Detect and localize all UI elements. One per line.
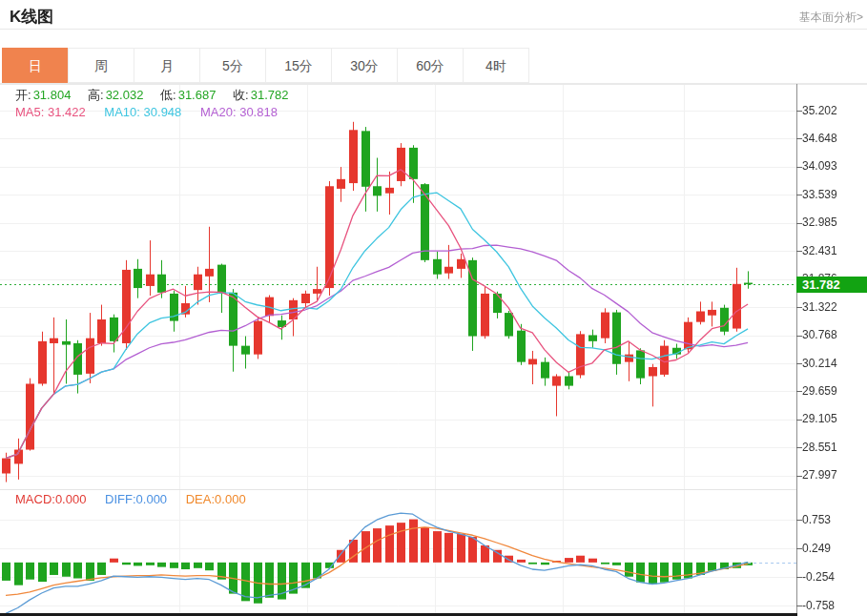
ohlc-readout: 开:31.804 高:32.032 低:31.687 收:31.782 [15,87,288,104]
fundamental-analysis-link[interactable]: 基本面分析> [799,10,863,26]
kline-page: K线图 基本面分析> 日 周 月 5分 15分 30分 60分 4时 开:31.… [0,0,867,616]
price-axis-label: 31.322 [802,300,837,314]
ma20-readout: MA20: 30.818 [200,105,278,119]
tab-60min[interactable]: 60分 [397,48,464,83]
price-axis-label: 27.997 [802,468,837,482]
price-axis-label: 32.431 [802,244,837,257]
macd-value: MACD:0.000 [15,492,86,506]
low-label: 低: [160,88,176,102]
tab-month[interactable]: 月 [134,48,200,83]
price-axis-label: 34.648 [802,132,837,145]
close-label: 收: [233,88,249,102]
tabbar-divider [0,83,867,84]
price-axis-label: 34.093 [802,159,837,173]
tab-day[interactable]: 日 [2,48,69,83]
title-divider [0,29,867,30]
price-axis-label: 29.105 [802,412,837,425]
high-value: 32.032 [106,88,144,102]
high-label: 高: [88,88,104,102]
tab-5min[interactable]: 5分 [199,48,266,83]
ma5-readout: MA5: 31.422 [15,105,86,119]
price-axis-label: 28.551 [802,441,837,454]
current-price-badge: 31.782 [796,277,867,293]
dea-value: DEA:0.000 [186,492,246,506]
macd-readout: MACD:0.000 DIFF:0.000 DEA:0.000 [15,492,246,506]
price-axis-label: 30.214 [802,357,837,370]
period-tabbar: 日 周 月 5分 15分 30分 60分 4时 [3,48,529,83]
open-value: 31.804 [33,88,72,102]
tab-4hour[interactable]: 4时 [463,48,529,83]
open-label: 开: [15,88,31,102]
tab-week[interactable]: 周 [68,48,134,83]
price-axis-label: 30.768 [802,328,837,341]
price-axis-label: 32.985 [802,216,837,229]
macd-axis-label: -0.758 [802,599,835,612]
macd-axis-label: 0.753 [802,513,831,526]
price-axis-label: 29.659 [802,384,837,398]
macd-axis-label: -0.254 [802,570,835,584]
close-value: 31.782 [251,88,289,102]
diff-value: DIFF:0.000 [105,492,167,506]
price-axis-label: 33.539 [802,188,837,201]
macd-axis-label: 0.249 [802,542,831,555]
ma10-readout: MA10: 30.948 [104,105,181,119]
low-value: 31.687 [178,88,217,102]
price-axis-label: 35.202 [802,104,837,117]
ma-readout: MA5: 31.422 MA10: 30.948 MA20: 30.818 [15,105,278,119]
page-title: K线图 [10,6,53,28]
tab-15min[interactable]: 15分 [265,48,332,83]
tab-30min[interactable]: 30分 [331,48,398,83]
